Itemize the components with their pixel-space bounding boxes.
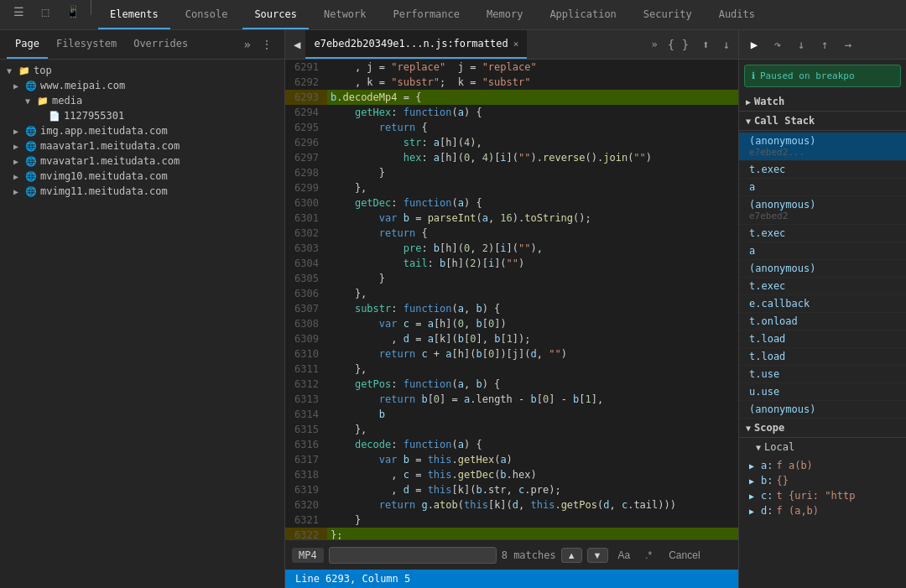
tree-arrow-mvimg10: ▶ [13, 172, 22, 181]
tab-elements[interactable]: Elements [98, 0, 170, 29]
step-out-icon[interactable]: ↑ [815, 34, 835, 55]
tree-item-mvimg10[interactable]: ▶ 🌐 mvimg10.meitudata.com [0, 169, 284, 184]
paused-icon: ℹ [752, 70, 755, 81]
line-code-6296: str: a[h](4), [327, 135, 738, 150]
toggle-breakpoints-icon[interactable]: ↓ [718, 38, 735, 51]
line-num-6306: 6306 [285, 286, 327, 301]
code-line-6308: 6308 var c = a[h](0, b[0]) [285, 316, 738, 331]
call-stack-item-14[interactable]: (anonymous) [739, 401, 906, 419]
tree-label-img: img.app.meitudata.com [40, 125, 168, 137]
call-name-2: a [749, 181, 896, 193]
scope-item-c-arrow: ▶ [749, 492, 754, 501]
call-name-13: u.use [749, 386, 896, 398]
tab-console[interactable]: Console [174, 0, 240, 29]
code-tab-main[interactable]: e7ebed2b20349e1...n.js:formatted × [305, 30, 527, 59]
code-content[interactable]: 6291 , j = "replace" j = "replace" 6292 … [285, 60, 738, 539]
tree-item-mvavatar[interactable]: ▶ 🌐 mvavatar1.meitudata.com [0, 154, 284, 169]
step-icon[interactable]: → [838, 34, 858, 55]
code-line-6296: 6296 str: a[h](4), [285, 135, 738, 150]
call-stack-item-3[interactable]: (anonymous) e7ebed2 [739, 196, 906, 225]
more-tabs-code-icon[interactable]: » [647, 39, 663, 50]
tree-arrow-mvimg11: ▶ [13, 187, 22, 196]
sub-tab-filesystem[interactable]: Filesystem [48, 30, 125, 59]
format-icon[interactable]: { } [663, 38, 694, 51]
tree-item-top[interactable]: ▼ 📁 top [0, 63, 284, 78]
tree-item-media[interactable]: ▼ 📁 media [0, 93, 284, 108]
right-panel-toolbar: ▶ ↷ ↓ ↑ → [739, 30, 906, 60]
watch-section-header[interactable]: ▶ Watch [739, 92, 906, 112]
scope-section-header[interactable]: ▼ Scope [739, 419, 906, 438]
scope-item-b[interactable]: ▶ b: {} [739, 473, 906, 488]
call-stack-item-8[interactable]: e.callback [739, 295, 906, 313]
line-num-6300: 6300 [285, 195, 327, 211]
line-code-6292: , k = "substr"; k = "substr" [327, 75, 738, 90]
call-stack-item-4[interactable]: t.exec [739, 225, 906, 242]
code-line-6314: 6314 b [285, 407, 738, 422]
tab-application[interactable]: Application [538, 0, 627, 29]
find-cancel-button[interactable]: Cancel [662, 548, 706, 563]
call-stack-item-1[interactable]: t.exec [739, 161, 906, 179]
call-stack-item-2[interactable]: a [739, 179, 906, 196]
tree-item-mvimg11[interactable]: ▶ 🌐 mvimg11.meitudata.com [0, 184, 284, 199]
find-match-case-toggle[interactable]: Aa [613, 548, 636, 563]
call-stack-item-0[interactable]: (anonymous) e7ebed2... [739, 133, 906, 161]
code-line-6311: 6311 }, [285, 362, 738, 377]
call-stack-item-6[interactable]: (anonymous) [739, 260, 906, 278]
tree-item-img[interactable]: ▶ 🌐 img.app.meitudata.com [0, 123, 284, 138]
pretty-print-icon[interactable]: ⬆ [697, 38, 714, 51]
call-stack-item-13[interactable]: u.use [739, 383, 906, 401]
tree-item-file[interactable]: 📄 1127955301 [0, 108, 284, 123]
scope-item-c[interactable]: ▶ c: t {uri: "http [739, 488, 906, 503]
call-name-10: t.load [749, 333, 896, 345]
back-icon[interactable]: ◀ [289, 38, 305, 51]
scope-item-d[interactable]: ▶ d: f (a,b) [739, 503, 906, 518]
tree-label-mvimg10: mvimg10.meitudata.com [40, 170, 168, 182]
right-panel: ▶ ↷ ↓ ↑ → ℹ Paused on breakpo ▶ Watch ▼ … [738, 30, 906, 588]
line-num-6315: 6315 [285, 422, 327, 437]
separator [91, 0, 91, 15]
tab-network[interactable]: Network [312, 0, 378, 29]
inspect-icon[interactable]: ⬚ [34, 0, 57, 23]
call-stack-section-header[interactable]: ▼ Call Stack [739, 112, 906, 131]
line-code-6319: , d = this[k](b.str, c.pre); [327, 482, 738, 497]
step-over-icon[interactable]: ↷ [768, 34, 788, 55]
line-code-6307: substr: function(a, b) { [327, 301, 738, 316]
scope-item-b-arrow: ▶ [749, 476, 754, 486]
line-code-6321: } [327, 513, 738, 528]
code-line-6312: 6312 getPos: function(a, b) { [285, 377, 738, 392]
tab-sources[interactable]: Sources [242, 0, 309, 29]
devtools-menu-icon[interactable]: ☰ [7, 0, 30, 23]
more-tabs-icon[interactable]: » [239, 38, 256, 51]
call-name-8: e.callback [749, 298, 896, 310]
tab-security[interactable]: Security [632, 0, 704, 29]
sub-tab-overrides[interactable]: Overrides [125, 30, 196, 59]
call-stack-item-7[interactable]: t.exec [739, 278, 906, 295]
tab-memory[interactable]: Memory [475, 0, 534, 29]
code-tab-close[interactable]: × [513, 39, 519, 49]
find-regex-toggle[interactable]: .* [640, 548, 657, 563]
tree-item-maavatar[interactable]: ▶ 🌐 maavatar1.meitudata.com [0, 138, 284, 154]
call-stack-item-9[interactable]: t.onload [739, 313, 906, 330]
find-next-button[interactable]: ▼ [587, 548, 608, 563]
find-input[interactable] [329, 547, 497, 564]
line-code-6305: } [327, 271, 738, 286]
tab-performance[interactable]: Performance [382, 0, 471, 29]
local-section-header[interactable]: ▼ Local [739, 438, 906, 456]
call-stack-item-11[interactable]: t.load [739, 348, 906, 366]
device-icon[interactable]: 📱 [60, 0, 84, 23]
line-code-6314: b [327, 407, 738, 422]
new-icon[interactable]: ⋮ [256, 38, 278, 51]
call-stack-item-5[interactable]: a [739, 242, 906, 260]
find-prev-button[interactable]: ▲ [561, 548, 582, 563]
scope-val-a: f a(b) [776, 460, 812, 471]
call-stack-item-12[interactable]: t.use [739, 366, 906, 383]
code-line-6298: 6298 } [285, 165, 738, 180]
resume-icon[interactable]: ▶ [744, 34, 764, 55]
code-line-6300: 6300 getDec: function(a) { [285, 195, 738, 211]
tree-item-meipai[interactable]: ▶ 🌐 www.meipai.com [0, 78, 284, 93]
sub-tab-page[interactable]: Page [7, 30, 48, 59]
call-stack-item-10[interactable]: t.load [739, 330, 906, 348]
scope-item-a[interactable]: ▶ a: f a(b) [739, 458, 906, 473]
tab-audits[interactable]: Audits [707, 0, 767, 29]
step-into-icon[interactable]: ↓ [791, 34, 811, 55]
